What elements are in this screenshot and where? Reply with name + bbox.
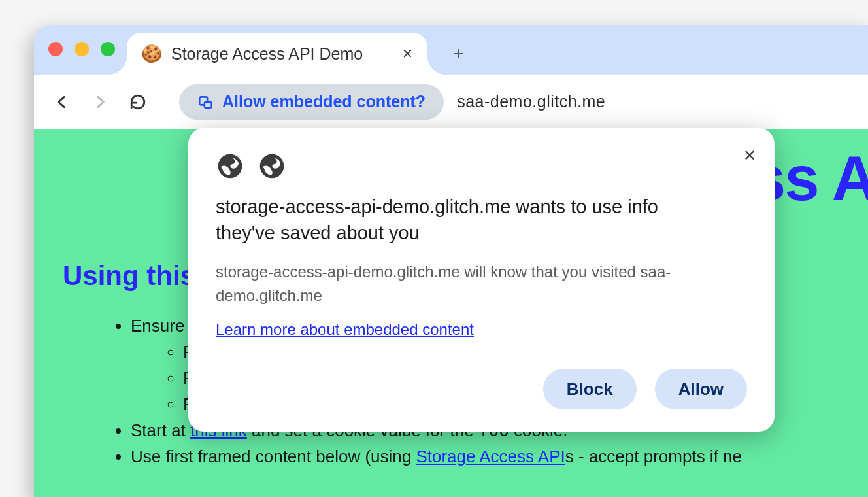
reload-button[interactable] — [128, 92, 148, 112]
dialog-body: storage-access-api-demo.glitch.me will k… — [216, 260, 747, 307]
storage-access-api-link[interactable]: Storage Access API — [416, 447, 565, 466]
learn-more-link[interactable]: Learn more about embedded content — [216, 320, 474, 338]
section-heading: Using this — [63, 260, 195, 292]
tab-title: Storage Access API Demo — [171, 44, 363, 63]
dialog-icon-row — [216, 152, 747, 180]
permission-chip[interactable]: Allow embedded content? — [179, 84, 444, 120]
storage-access-permission-dialog: ✕ storage-access-api-demo.glitch.me want… — [188, 128, 775, 432]
dialog-close-button[interactable]: ✕ — [743, 146, 756, 165]
browser-toolbar: Allow embedded content? saa-demo.glitch.… — [34, 75, 868, 129]
new-tab-button[interactable]: + — [444, 39, 473, 68]
list-item: Use first framed content below (using St… — [131, 443, 742, 470]
block-button[interactable]: Block — [543, 369, 637, 409]
allow-button[interactable]: Allow — [655, 369, 747, 409]
back-button[interactable] — [52, 92, 72, 112]
globe-icon — [258, 152, 286, 180]
omnibox: Allow embedded content? saa-demo.glitch.… — [179, 84, 605, 120]
permission-chip-label: Allow embedded content? — [222, 92, 426, 111]
url-display[interactable]: saa-demo.glitch.me — [457, 92, 605, 111]
dialog-title: storage-access-api-demo.glitch.me wants … — [216, 194, 686, 246]
close-window-button[interactable] — [48, 42, 63, 56]
browser-tab-active[interactable]: 🍪 Storage Access API Demo ✕ — [127, 33, 427, 75]
maximize-window-button[interactable] — [101, 42, 115, 56]
svg-rect-1 — [205, 102, 212, 108]
tab-close-button[interactable]: ✕ — [402, 46, 413, 61]
tab-favicon: 🍪 — [141, 45, 162, 62]
window-controls — [48, 42, 115, 56]
globe-icon — [216, 152, 244, 180]
minimize-window-button[interactable] — [75, 42, 89, 56]
embedded-content-icon — [197, 94, 214, 111]
tabstrip: 🍪 Storage Access API Demo ✕ + — [127, 29, 868, 75]
forward-button[interactable] — [90, 92, 110, 112]
